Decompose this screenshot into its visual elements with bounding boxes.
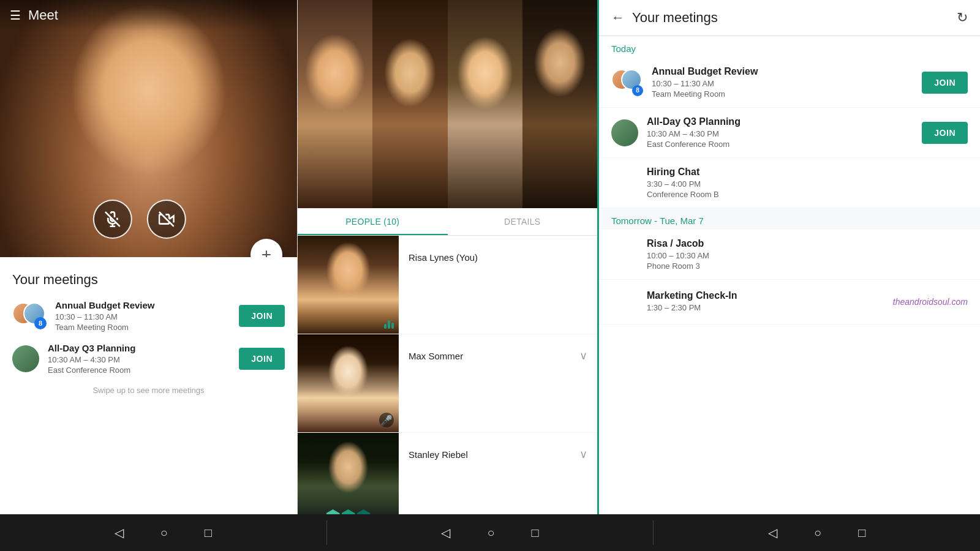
- right-meeting-room-1: Team Meeting Room: [652, 89, 913, 99]
- tomorrow-header: Tomorrow - Tue, Mar 7: [599, 208, 980, 230]
- right-meeting-name-1: Annual Budget Review: [652, 66, 913, 77]
- tabs-bar: PEOPLE (10) DETAILS: [298, 208, 597, 236]
- group-video: [298, 0, 597, 208]
- nav-back-3[interactable]: ◁: [768, 525, 777, 540]
- participant-row-3: Stanley Riebel ∨: [298, 433, 597, 514]
- right-meeting-item-3: Hiring Chat 3:30 – 4:00 PM Conference Ro…: [599, 158, 980, 208]
- right-meeting-info-4: Risa / Jacob 10:00 – 10:30 AM Phone Room…: [647, 238, 968, 271]
- right-join-button-1[interactable]: JOIN: [922, 72, 968, 94]
- participant-item-3: Stanley Riebel ∨: [399, 433, 597, 476]
- right-meeting-time-2: 10:30 AM – 4:30 PM: [647, 129, 913, 138]
- nav-section-3: ◁ ○ □: [654, 525, 980, 540]
- app-title: Meet: [28, 7, 58, 23]
- participant-name-3: Stanley Riebel: [409, 449, 468, 460]
- right-meeting-item-4: Risa / Jacob 10:00 – 10:30 AM Phone Room…: [599, 230, 980, 280]
- nav-recents-2[interactable]: □: [532, 526, 539, 540]
- right-meeting-item-5: Marketing Check-In 1:30 – 2:30 PM theand…: [599, 280, 980, 324]
- nav-section-2: ◁ ○ □: [327, 525, 654, 540]
- participant-item-1: Risa Lynes (You): [399, 236, 597, 279]
- back-icon[interactable]: ←: [611, 10, 625, 26]
- right-meeting-info-3: Hiring Chat 3:30 – 4:00 PM Conference Ro…: [647, 167, 968, 199]
- meeting-name-1: Annual Budget Review: [55, 300, 230, 310]
- nav-home-3[interactable]: ○: [814, 526, 821, 540]
- right-avatar-5: [611, 288, 638, 315]
- right-meeting-room-2: East Conference Room: [647, 140, 913, 149]
- nav-home-2[interactable]: ○: [487, 526, 494, 540]
- mute-icon-2: 🎤: [379, 413, 394, 427]
- nav-home-1[interactable]: ○: [160, 526, 168, 540]
- right-meeting-room-4: Phone Room 3: [647, 261, 968, 271]
- avatar-group-1: 8: [12, 302, 47, 329]
- nav-back-1[interactable]: ◁: [115, 525, 124, 540]
- navigation-bar: ◁ ○ □ ◁ ○ □ ◁ ○ □: [0, 514, 980, 551]
- meeting-info-2: All-Day Q3 Planning 10:30 AM – 4:30 PM E…: [48, 343, 230, 375]
- meeting-room-1: Team Meeting Room: [55, 323, 230, 332]
- mute-button[interactable]: [92, 200, 132, 239]
- right-meeting-info-5: Marketing Check-In 1:30 – 2:30 PM: [647, 290, 884, 313]
- attendee-badge-1: 8: [34, 317, 47, 329]
- right-badge-1: 8: [632, 85, 643, 96]
- group-person-4: [522, 0, 597, 208]
- meeting-item-2: All-Day Q3 Planning 10:30 AM – 4:30 PM E…: [12, 343, 285, 375]
- participant-thumb-3: [298, 433, 399, 514]
- meeting-time-1: 10:30 – 11:30 AM: [55, 312, 230, 321]
- watermark-text: theandroidsoul.com: [893, 297, 968, 307]
- right-avatar-4: [611, 241, 638, 268]
- tab-details[interactable]: DETAILS: [448, 208, 598, 235]
- panel-middle: PEOPLE (10) DETAILS Risa Lynes (You): [297, 0, 597, 514]
- join-button-2[interactable]: JOIN: [239, 348, 285, 370]
- participant-name-2: Max Sommer: [409, 351, 463, 361]
- hamburger-icon[interactable]: ☰: [10, 8, 21, 23]
- right-meeting-info-1: Annual Budget Review 10:30 – 11:30 AM Te…: [652, 66, 913, 99]
- right-meeting-name-2: All-Day Q3 Planning: [647, 116, 913, 127]
- swipe-hint: Swipe up to see more meetings: [12, 386, 285, 395]
- nav-back-2[interactable]: ◁: [441, 525, 450, 540]
- meetings-heading: Your meetings: [12, 272, 285, 288]
- right-meeting-name-3: Hiring Chat: [647, 167, 968, 178]
- group-person-1: [298, 0, 372, 208]
- nav-section-1: ◁ ○ □: [0, 525, 326, 540]
- join-button-1[interactable]: JOIN: [239, 305, 285, 327]
- right-meeting-time-3: 3:30 – 4:00 PM: [647, 179, 968, 189]
- chevron-icon-3[interactable]: ∨: [579, 448, 587, 461]
- right-meeting-time-4: 10:00 – 10:30 AM: [647, 251, 968, 260]
- participant-thumb-2: 🎤: [298, 334, 399, 432]
- right-meeting-time-1: 10:30 – 11:30 AM: [652, 79, 913, 88]
- participant-row-1: Risa Lynes (You): [298, 236, 597, 334]
- video-off-button[interactable]: [146, 200, 186, 239]
- panel-right: ← Your meetings ↻ Today 8 Annual Budget …: [597, 0, 980, 514]
- avatar-single-2: [12, 345, 39, 372]
- right-avatar-3: [611, 170, 638, 197]
- refresh-icon[interactable]: ↻: [957, 10, 968, 26]
- group-person-2: [372, 0, 447, 208]
- right-panel-title: Your meetings: [632, 10, 949, 26]
- meeting-item-1: 8 Annual Budget Review 10:30 – 11:30 AM …: [12, 300, 285, 332]
- nav-recents-3[interactable]: □: [858, 526, 865, 540]
- right-meeting-name-4: Risa / Jacob: [647, 238, 968, 249]
- meeting-name-2: All-Day Q3 Planning: [48, 343, 230, 353]
- today-header: Today: [599, 36, 980, 58]
- video-section: ☰ Meet: [0, 0, 297, 257]
- green-hexagons: [326, 509, 371, 514]
- panel-left: ☰ Meet: [0, 0, 297, 514]
- right-header: ← Your meetings ↻: [599, 0, 980, 36]
- chevron-icon-2[interactable]: ∨: [579, 349, 587, 362]
- participant-thumb-1: [298, 236, 399, 334]
- meetings-section: Your meetings 8 Annual Budget Review 10:…: [0, 257, 297, 514]
- meeting-room-2: East Conference Room: [48, 365, 230, 375]
- tab-people[interactable]: PEOPLE (10): [298, 208, 448, 235]
- right-meeting-item-2: All-Day Q3 Planning 10:30 AM – 4:30 PM E…: [599, 108, 980, 158]
- right-avatar-group-1: 8: [611, 69, 643, 96]
- right-meeting-room-3: Conference Room B: [647, 190, 968, 199]
- audio-indicator-1: [384, 320, 394, 329]
- right-meeting-time-5: 1:30 – 2:30 PM: [647, 303, 884, 312]
- group-person-3: [448, 0, 522, 208]
- meeting-info-1: Annual Budget Review 10:30 – 11:30 AM Te…: [55, 300, 230, 332]
- participant-name-1: Risa Lynes (You): [409, 252, 478, 263]
- right-avatar-single-2: [611, 119, 638, 146]
- participant-row-2: 🎤 Max Sommer ∨: [298, 334, 597, 433]
- nav-recents-1[interactable]: □: [205, 526, 212, 540]
- right-meeting-info-2: All-Day Q3 Planning 10:30 AM – 4:30 PM E…: [647, 116, 913, 149]
- right-meeting-item-1: 8 Annual Budget Review 10:30 – 11:30 AM …: [599, 58, 980, 108]
- right-join-button-2[interactable]: JOIN: [922, 122, 968, 144]
